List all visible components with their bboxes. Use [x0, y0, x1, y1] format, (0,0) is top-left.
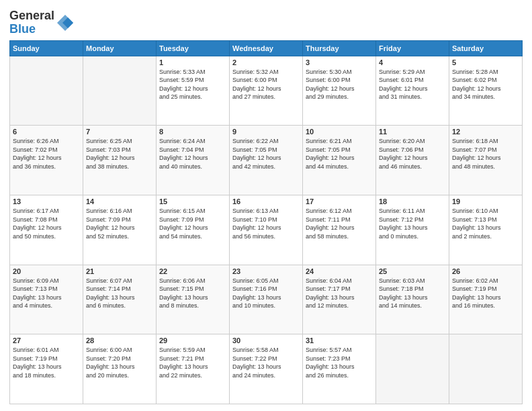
calendar-cell: 13Sunrise: 6:17 AM Sunset: 7:08 PM Dayli…: [10, 195, 83, 265]
day-info: Sunrise: 6:13 AM Sunset: 7:10 PM Dayligh…: [232, 207, 300, 240]
weekday-header-saturday: Saturday: [449, 40, 523, 56]
day-info: Sunrise: 5:59 AM Sunset: 7:21 PM Dayligh…: [159, 346, 226, 379]
calendar-cell: 26Sunrise: 6:02 AM Sunset: 7:19 PM Dayli…: [449, 265, 523, 334]
day-info: Sunrise: 6:17 AM Sunset: 7:08 PM Dayligh…: [13, 207, 80, 240]
calendar-cell: 8Sunrise: 6:24 AM Sunset: 7:04 PM Daylig…: [157, 126, 230, 195]
day-info: Sunrise: 6:02 AM Sunset: 7:19 PM Dayligh…: [452, 277, 519, 310]
day-info: Sunrise: 6:26 AM Sunset: 7:02 PM Dayligh…: [13, 137, 80, 171]
day-info: Sunrise: 5:29 AM Sunset: 6:01 PM Dayligh…: [379, 68, 446, 101]
day-number: 11: [379, 128, 446, 136]
calendar-cell: 24Sunrise: 6:04 AM Sunset: 7:17 PM Dayli…: [303, 265, 376, 334]
day-info: Sunrise: 6:00 AM Sunset: 7:20 PM Dayligh…: [86, 346, 153, 379]
day-number: 4: [379, 58, 446, 66]
day-number: 22: [159, 267, 226, 275]
calendar-cell: 15Sunrise: 6:15 AM Sunset: 7:09 PM Dayli…: [157, 195, 230, 265]
day-number: 19: [452, 197, 519, 205]
day-info: Sunrise: 5:28 AM Sunset: 6:02 PM Dayligh…: [452, 68, 519, 101]
day-info: Sunrise: 6:04 AM Sunset: 7:17 PM Dayligh…: [306, 277, 373, 310]
logo-general: General: [9, 9, 54, 22]
day-number: 15: [159, 197, 226, 205]
calendar-cell: 18Sunrise: 6:11 AM Sunset: 7:12 PM Dayli…: [376, 195, 449, 265]
day-info: Sunrise: 6:21 AM Sunset: 7:05 PM Dayligh…: [306, 137, 373, 171]
day-number: 28: [86, 336, 153, 345]
week-row-4: 27Sunrise: 6:01 AM Sunset: 7:19 PM Dayli…: [10, 334, 523, 404]
calendar-cell: 23Sunrise: 6:05 AM Sunset: 7:16 PM Dayli…: [230, 265, 303, 334]
day-number: 5: [452, 58, 519, 66]
day-number: 30: [232, 336, 300, 345]
calendar-cell: 10Sunrise: 6:21 AM Sunset: 7:05 PM Dayli…: [303, 126, 376, 195]
calendar-cell: 16Sunrise: 6:13 AM Sunset: 7:10 PM Dayli…: [230, 195, 303, 265]
day-info: Sunrise: 6:24 AM Sunset: 7:04 PM Dayligh…: [159, 137, 226, 171]
day-number: 18: [379, 197, 446, 205]
header: GeneralBlue: [9, 7, 523, 36]
day-number: 20: [13, 267, 80, 275]
day-number: 1: [159, 58, 226, 66]
day-number: 9: [232, 128, 300, 136]
calendar-cell: 31Sunrise: 5:57 AM Sunset: 7:23 PM Dayli…: [303, 334, 376, 404]
calendar-cell: 12Sunrise: 6:18 AM Sunset: 7:07 PM Dayli…: [449, 126, 523, 195]
day-info: Sunrise: 6:22 AM Sunset: 7:05 PM Dayligh…: [232, 137, 300, 171]
week-row-2: 13Sunrise: 6:17 AM Sunset: 7:08 PM Dayli…: [10, 195, 523, 265]
calendar-cell: 27Sunrise: 6:01 AM Sunset: 7:19 PM Dayli…: [10, 334, 83, 404]
calendar-cell: 11Sunrise: 6:20 AM Sunset: 7:06 PM Dayli…: [376, 126, 449, 195]
day-number: 23: [232, 267, 300, 275]
day-number: 21: [86, 267, 153, 275]
page: GeneralBlue SundayMondayTuesdayWednesday…: [0, 0, 532, 411]
calendar-cell: [83, 56, 157, 126]
calendar-cell: 28Sunrise: 6:00 AM Sunset: 7:20 PM Dayli…: [83, 334, 157, 404]
logo-blue: Blue: [9, 22, 36, 36]
calendar-cell: 21Sunrise: 6:07 AM Sunset: 7:14 PM Dayli…: [83, 265, 157, 334]
day-info: Sunrise: 6:03 AM Sunset: 7:18 PM Dayligh…: [379, 277, 446, 310]
calendar-cell: 3Sunrise: 5:30 AM Sunset: 6:00 PM Daylig…: [303, 56, 376, 126]
day-info: Sunrise: 6:18 AM Sunset: 7:07 PM Dayligh…: [452, 137, 519, 171]
calendar-cell: [449, 334, 523, 404]
day-number: 7: [86, 128, 153, 136]
day-number: 12: [452, 128, 519, 136]
weekday-header-wednesday: Wednesday: [230, 40, 303, 56]
week-row-0: 1Sunrise: 5:33 AM Sunset: 5:59 PM Daylig…: [10, 56, 523, 126]
day-info: Sunrise: 6:01 AM Sunset: 7:19 PM Dayligh…: [13, 346, 80, 379]
calendar-cell: 7Sunrise: 6:25 AM Sunset: 7:03 PM Daylig…: [83, 126, 157, 195]
week-row-1: 6Sunrise: 6:26 AM Sunset: 7:02 PM Daylig…: [10, 126, 523, 195]
day-info: Sunrise: 6:16 AM Sunset: 7:09 PM Dayligh…: [86, 207, 153, 240]
day-number: 26: [452, 267, 519, 275]
day-info: Sunrise: 6:05 AM Sunset: 7:16 PM Dayligh…: [232, 277, 300, 310]
day-number: 8: [159, 128, 226, 136]
day-number: 29: [159, 336, 226, 345]
logo: GeneralBlue: [9, 9, 75, 36]
calendar-cell: 9Sunrise: 6:22 AM Sunset: 7:05 PM Daylig…: [230, 126, 303, 195]
day-info: Sunrise: 6:15 AM Sunset: 7:09 PM Dayligh…: [159, 207, 226, 240]
day-info: Sunrise: 5:33 AM Sunset: 5:59 PM Dayligh…: [159, 68, 226, 101]
day-info: Sunrise: 5:58 AM Sunset: 7:22 PM Dayligh…: [232, 346, 300, 379]
calendar-cell: 14Sunrise: 6:16 AM Sunset: 7:09 PM Dayli…: [83, 195, 157, 265]
week-row-3: 20Sunrise: 6:09 AM Sunset: 7:13 PM Dayli…: [10, 265, 523, 334]
calendar-cell: 2Sunrise: 5:32 AM Sunset: 6:00 PM Daylig…: [230, 56, 303, 126]
day-number: 13: [13, 197, 80, 205]
day-number: 24: [306, 267, 373, 275]
weekday-header-sunday: Sunday: [10, 40, 83, 56]
calendar-cell: 5Sunrise: 5:28 AM Sunset: 6:02 PM Daylig…: [449, 56, 523, 126]
day-number: 17: [306, 197, 373, 205]
day-number: 25: [379, 267, 446, 275]
day-number: 2: [232, 58, 300, 66]
logo-text: GeneralBlue: [9, 9, 54, 36]
day-info: Sunrise: 5:32 AM Sunset: 6:00 PM Dayligh…: [232, 68, 300, 101]
day-info: Sunrise: 6:07 AM Sunset: 7:14 PM Dayligh…: [86, 277, 153, 310]
day-info: Sunrise: 6:12 AM Sunset: 7:11 PM Dayligh…: [306, 207, 373, 240]
calendar-cell: 30Sunrise: 5:58 AM Sunset: 7:22 PM Dayli…: [230, 334, 303, 404]
calendar-cell: 25Sunrise: 6:03 AM Sunset: 7:18 PM Dayli…: [376, 265, 449, 334]
calendar: SundayMondayTuesdayWednesdayThursdayFrid…: [9, 40, 523, 404]
day-info: Sunrise: 6:25 AM Sunset: 7:03 PM Dayligh…: [86, 137, 153, 171]
day-number: 27: [13, 336, 80, 345]
calendar-cell: 6Sunrise: 6:26 AM Sunset: 7:02 PM Daylig…: [10, 126, 83, 195]
calendar-cell: [376, 334, 449, 404]
logo-icon: [56, 13, 75, 32]
day-info: Sunrise: 5:30 AM Sunset: 6:00 PM Dayligh…: [306, 68, 373, 101]
day-number: 16: [232, 197, 300, 205]
calendar-cell: 29Sunrise: 5:59 AM Sunset: 7:21 PM Dayli…: [157, 334, 230, 404]
calendar-cell: 1Sunrise: 5:33 AM Sunset: 5:59 PM Daylig…: [157, 56, 230, 126]
calendar-cell: 20Sunrise: 6:09 AM Sunset: 7:13 PM Dayli…: [10, 265, 83, 334]
day-info: Sunrise: 6:20 AM Sunset: 7:06 PM Dayligh…: [379, 137, 446, 171]
day-number: 6: [13, 128, 80, 136]
day-number: 10: [306, 128, 373, 136]
